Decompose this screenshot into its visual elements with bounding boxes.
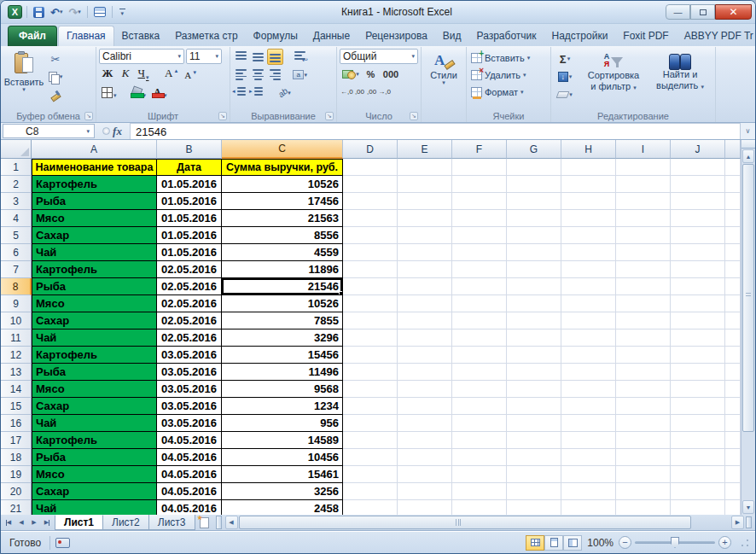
- ribbon-tab-6[interactable]: Рецензирова: [358, 26, 435, 46]
- cell-D12[interactable]: [343, 347, 398, 364]
- fill-handle[interactable]: [339, 291, 343, 295]
- cell-I11[interactable]: [616, 329, 671, 347]
- cell-A17[interactable]: Картофель: [32, 432, 157, 449]
- row-header-11[interactable]: 11: [1, 329, 32, 347]
- cell-E5[interactable]: [398, 227, 452, 244]
- cell-F12[interactable]: [452, 347, 507, 364]
- cell-D20[interactable]: [343, 483, 398, 500]
- cell-I15[interactable]: [616, 398, 671, 415]
- cell-G10[interactable]: [507, 312, 561, 329]
- zoom-track[interactable]: [635, 541, 715, 544]
- cell-E2[interactable]: [398, 176, 452, 193]
- align-center-button[interactable]: [250, 67, 266, 83]
- resize-grip[interactable]: [740, 538, 750, 548]
- format-painter-button[interactable]: [44, 86, 67, 103]
- row-header-5[interactable]: 5: [1, 227, 32, 244]
- row-header-16[interactable]: 16: [1, 415, 32, 432]
- zoom-thumb[interactable]: [671, 537, 679, 548]
- tab-splitter[interactable]: [216, 516, 222, 529]
- cell-G7[interactable]: [507, 261, 561, 278]
- cell-G18[interactable]: [507, 449, 561, 466]
- column-header-A[interactable]: A: [32, 140, 157, 159]
- cell-E14[interactable]: [398, 381, 452, 398]
- cell-G4[interactable]: [507, 210, 561, 227]
- cell-E20[interactable]: [398, 483, 452, 500]
- cell-E19[interactable]: [398, 466, 452, 483]
- cell-H14[interactable]: [561, 381, 616, 398]
- sheet-tab-1[interactable]: Лист1: [55, 515, 103, 530]
- cell-H20[interactable]: [561, 483, 616, 500]
- cell-E3[interactable]: [398, 193, 452, 210]
- cell-H5[interactable]: [561, 227, 616, 244]
- styles-button[interactable]: A Стили ▾: [424, 49, 463, 109]
- cell-F9[interactable]: [452, 295, 507, 312]
- cell-J10[interactable]: [671, 312, 725, 329]
- cell-C20[interactable]: 3256: [222, 483, 343, 500]
- cell-A18[interactable]: Рыба: [32, 449, 157, 466]
- cell-C3[interactable]: 17456: [222, 193, 343, 210]
- cell-I16[interactable]: [616, 415, 671, 432]
- cell-C16[interactable]: 956: [222, 415, 343, 432]
- excel-logo-icon[interactable]: X: [8, 5, 22, 19]
- cell-H1[interactable]: [561, 159, 616, 176]
- cell-E15[interactable]: [398, 398, 452, 415]
- cell-B16[interactable]: 03.05.2016: [157, 415, 222, 432]
- cell-G21[interactable]: [507, 500, 561, 515]
- cell-D18[interactable]: [343, 449, 398, 466]
- cell-H12[interactable]: [561, 347, 616, 364]
- cell-D14[interactable]: [343, 381, 398, 398]
- cell-H17[interactable]: [561, 432, 616, 449]
- column-header-B[interactable]: B: [157, 140, 222, 159]
- ribbon-tab-9[interactable]: Надстройки: [544, 26, 616, 46]
- cell-G17[interactable]: [507, 432, 561, 449]
- cell-B17[interactable]: 04.05.2016: [157, 432, 222, 449]
- cell-I21[interactable]: [616, 500, 671, 515]
- normal-view-button[interactable]: [526, 535, 544, 551]
- cell-D13[interactable]: [343, 364, 398, 381]
- cell-D17[interactable]: [343, 432, 398, 449]
- cell-A15[interactable]: Сахар: [32, 398, 157, 415]
- ribbon-tab-2[interactable]: Вставка: [114, 26, 168, 46]
- dialog-launcher-icon[interactable]: ↘: [218, 112, 227, 120]
- column-header-D[interactable]: D: [343, 140, 398, 159]
- cell-B1[interactable]: Дата: [157, 159, 222, 176]
- italic-button[interactable]: К: [117, 66, 134, 82]
- cell-D1[interactable]: [343, 159, 398, 176]
- cell-C13[interactable]: 11496: [222, 364, 343, 381]
- cell-G8[interactable]: [507, 278, 561, 295]
- minimize-button[interactable]: —: [666, 4, 690, 20]
- cell-G19[interactable]: [507, 466, 561, 483]
- insert-cells-button[interactable]: Вставить▾: [469, 50, 548, 66]
- autosum-button[interactable]: Σ▾: [554, 50, 576, 67]
- cell-B18[interactable]: 04.05.2016: [157, 449, 222, 466]
- dialog-launcher-icon[interactable]: ↘: [410, 112, 418, 120]
- cell-H2[interactable]: [561, 176, 616, 193]
- cell-J19[interactable]: [671, 466, 725, 483]
- cell-G14[interactable]: [507, 381, 561, 398]
- cell-I20[interactable]: [616, 483, 671, 500]
- row-header-15[interactable]: 15: [1, 398, 32, 415]
- cell-G2[interactable]: [507, 176, 561, 193]
- cell-F19[interactable]: [452, 466, 507, 483]
- cell-I10[interactable]: [616, 312, 671, 329]
- cell-B5[interactable]: 01.05.2016: [157, 227, 222, 244]
- cell-E16[interactable]: [398, 415, 452, 432]
- horizontal-scrollbar[interactable]: ◀ ▶: [225, 516, 753, 529]
- namebox-splitter[interactable]: [102, 127, 110, 135]
- redo-button[interactable]: ↷▾: [67, 4, 82, 20]
- cell-H11[interactable]: [561, 329, 616, 347]
- cell-I7[interactable]: [616, 261, 671, 278]
- percent-style-button[interactable]: %: [363, 66, 379, 82]
- ribbon-tab-1[interactable]: Главная: [58, 26, 114, 46]
- cell-I19[interactable]: [616, 466, 671, 483]
- ribbon-tab-5[interactable]: Данные: [305, 26, 358, 46]
- vertical-scrollbar[interactable]: ▲ ▼: [741, 140, 755, 515]
- column-header-H[interactable]: H: [561, 140, 616, 159]
- paste-button[interactable]: Вставить ▾: [3, 49, 44, 109]
- cell-E10[interactable]: [398, 312, 452, 329]
- cell-I12[interactable]: [616, 347, 671, 364]
- cell-E9[interactable]: [398, 295, 452, 312]
- save-button[interactable]: [32, 4, 46, 20]
- cell-F8[interactable]: [452, 278, 507, 295]
- cell-C14[interactable]: 9568: [222, 381, 343, 398]
